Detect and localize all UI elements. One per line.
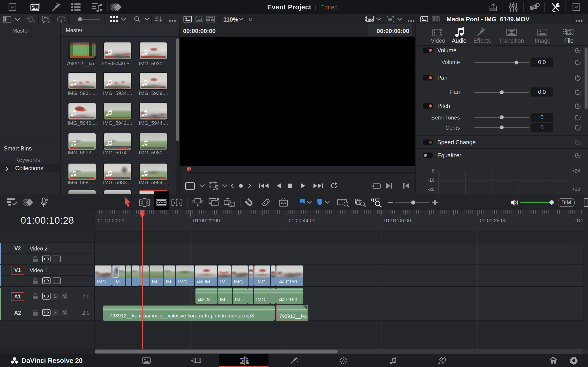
svg-text:HQ: HQ (368, 19, 372, 22)
